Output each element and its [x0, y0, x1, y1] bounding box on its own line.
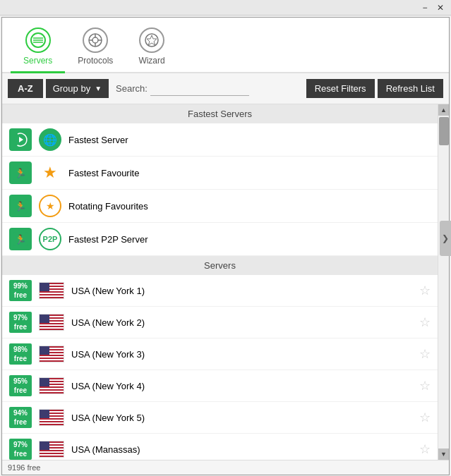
- nav-item-protocols[interactable]: Protocols: [65, 23, 126, 73]
- run-icon: 🏃: [9, 228, 32, 250]
- list-area: Fastest Servers 🌐 Fastest Server: [2, 104, 449, 460]
- title-bar: − ✕: [0, 0, 451, 16]
- flag-usa: [39, 346, 64, 362]
- scrollbar[interactable]: ▲ ▼: [438, 104, 449, 460]
- server-name: USA (New York 1): [71, 286, 145, 296]
- flag-usa: [39, 377, 64, 394]
- search-input[interactable]: [150, 82, 249, 96]
- globe-icon: 🌐: [39, 128, 61, 151]
- flag-usa: [39, 282, 64, 299]
- server-name: USA (New York 5): [71, 413, 145, 423]
- fastest-p2p-label: Fastest P2P Server: [68, 234, 148, 245]
- availability-badge: 97%free: [9, 439, 32, 460]
- list-item[interactable]: 98%free USA (New York 3) ☆: [2, 338, 438, 370]
- svg-point-5: [92, 37, 98, 43]
- list-item[interactable]: 97%free USA (New York 2) ☆: [2, 307, 438, 338]
- rotating-icon: ★: [39, 195, 61, 217]
- protocols-nav-label: Protocols: [78, 56, 113, 66]
- group-by-label: Group by: [53, 83, 90, 94]
- p2p-icon: P2P: [39, 228, 61, 250]
- server-name: USA (New York 2): [71, 317, 145, 328]
- rotating-favourites-label: Rotating Favourites: [68, 201, 148, 212]
- star-special-icon: ★: [39, 161, 61, 184]
- reset-filters-button[interactable]: Reset Filters: [306, 79, 375, 98]
- close-button[interactable]: ✕: [433, 1, 448, 15]
- list-item[interactable]: 97%free USA (Manassas) ☆: [2, 434, 438, 460]
- list-item[interactable]: 🌐 Fastest Server: [2, 123, 438, 157]
- server-name: USA (Manassas): [71, 444, 140, 455]
- availability-badge: 97%free: [9, 312, 32, 333]
- status-bar: 9196 free: [2, 460, 449, 475]
- flag-usa: [39, 314, 64, 331]
- wizard-nav-icon: [139, 28, 164, 53]
- fastest-servers-header: Fastest Servers: [2, 104, 438, 123]
- list-content: Fastest Servers 🌐 Fastest Server: [2, 104, 438, 460]
- fastest-favourite-label: Fastest Favourite: [68, 168, 139, 178]
- svg-text:🏃: 🏃: [15, 200, 27, 212]
- availability-badge: 94%free: [9, 407, 32, 428]
- favorite-star-icon[interactable]: ☆: [419, 315, 431, 330]
- run-icon: 🏃: [9, 161, 32, 184]
- scroll-up-button[interactable]: ▲: [438, 104, 450, 116]
- group-by-arrow-icon: ▼: [95, 85, 102, 92]
- collapse-panel-button[interactable]: ❯: [440, 221, 451, 256]
- availability-badge: 99%free: [9, 280, 32, 301]
- svg-text:🏃: 🏃: [15, 233, 27, 245]
- list-item[interactable]: 🏃 ★ Fastest Favourite: [2, 157, 438, 190]
- servers-nav-label: Servers: [23, 56, 52, 66]
- fastest-server-label: Fastest Server: [68, 135, 128, 145]
- search-label: Search:: [116, 83, 148, 94]
- list-item[interactable]: 94%free USA (New York 5) ☆: [2, 402, 438, 434]
- wizard-nav-label: Wizard: [138, 56, 164, 66]
- svg-text:🏃: 🏃: [15, 167, 27, 179]
- run-icon: [9, 128, 32, 151]
- server-name: USA (New York 4): [71, 381, 145, 391]
- nav-item-servers[interactable]: Servers: [11, 23, 65, 73]
- favorite-star-icon[interactable]: ☆: [419, 410, 431, 425]
- list-item[interactable]: 99%free USA (New York 1) ☆: [2, 275, 438, 307]
- main-window: Servers Protocols: [1, 17, 450, 475]
- servers-nav-icon: [25, 28, 51, 53]
- flag-usa: [39, 409, 64, 426]
- favorite-star-icon[interactable]: ☆: [419, 346, 431, 362]
- refresh-list-button[interactable]: Refresh List: [378, 79, 443, 98]
- az-sort-button[interactable]: A-Z: [8, 79, 43, 98]
- list-item[interactable]: 🏃 P2P Fastest P2P Server: [2, 223, 438, 256]
- server-name: USA (New York 3): [71, 349, 145, 360]
- group-by-button[interactable]: Group by ▼: [46, 79, 109, 98]
- flag-usa: [39, 441, 64, 458]
- svg-marker-11: [147, 35, 157, 45]
- status-text: 9196 free: [8, 463, 40, 472]
- nav-bar: Servers Protocols: [2, 18, 449, 73]
- protocols-nav-icon: [83, 28, 108, 53]
- servers-section-header: Servers: [2, 256, 438, 275]
- toolbar: A-Z Group by ▼ Search: Reset Filters Ref…: [2, 73, 449, 104]
- favorite-star-icon[interactable]: ☆: [419, 283, 431, 298]
- nav-item-wizard[interactable]: Wizard: [126, 23, 177, 73]
- availability-badge: 95%free: [9, 375, 32, 396]
- availability-badge: 98%free: [9, 343, 32, 365]
- favorite-star-icon[interactable]: ☆: [419, 378, 431, 393]
- favorite-star-icon[interactable]: ☆: [419, 441, 431, 457]
- list-item[interactable]: 🏃 ★ Rotating Favourites: [2, 190, 438, 223]
- scrollbar-thumb[interactable]: [439, 117, 449, 145]
- list-item[interactable]: 95%free USA (New York 4) ☆: [2, 370, 438, 402]
- run-icon: 🏃: [9, 195, 32, 217]
- scroll-down-button[interactable]: ▼: [438, 448, 450, 460]
- minimize-button[interactable]: −: [417, 1, 433, 15]
